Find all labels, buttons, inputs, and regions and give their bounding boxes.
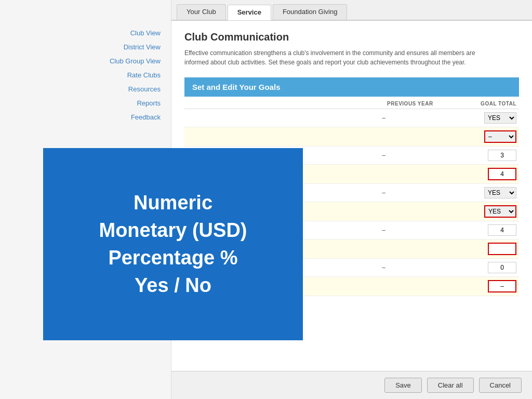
goal-cell xyxy=(436,147,519,165)
goal-cell xyxy=(436,221,519,240)
goal-input[interactable] xyxy=(488,262,516,273)
goal-cell xyxy=(436,259,519,277)
cancel-button[interactable]: Cancel xyxy=(479,378,522,393)
prev-year-value: – xyxy=(331,147,435,165)
prev-year-value xyxy=(331,240,435,259)
goals-header: Set and Edit Your Goals xyxy=(184,77,519,97)
prev-year-value: – xyxy=(331,221,435,240)
prev-year-value xyxy=(331,277,435,296)
goal-input[interactable] xyxy=(488,150,516,161)
sidebar-item-reports[interactable]: Reports xyxy=(0,96,161,110)
col-prev-year-header: PREVIOUS YEAR xyxy=(331,97,435,109)
goal-select[interactable]: YESNO xyxy=(484,187,516,198)
prev-year-value xyxy=(331,165,435,184)
prev-year-value: – xyxy=(331,259,435,277)
col-goal-total-header: GOAL TOTAL xyxy=(436,97,519,109)
goal-cell: YESNO xyxy=(436,109,519,127)
goal-cell: YESNO xyxy=(436,202,519,221)
overlay-text: Numeric Monetary (USD) Percentage % Yes … xyxy=(99,189,247,300)
overlay-line2: Monetary (USD) xyxy=(99,219,247,241)
sidebar-item-feedback[interactable]: Feedback xyxy=(0,110,161,124)
goal-input-highlighted[interactable] xyxy=(488,280,516,292)
goal-cell xyxy=(436,277,519,296)
goal-input[interactable] xyxy=(488,224,516,236)
tab-your-club[interactable]: Your Club xyxy=(177,4,226,20)
goal-cell: YESNO xyxy=(436,184,519,202)
goal-input-highlighted[interactable] xyxy=(488,168,516,180)
sidebar-item-district-view[interactable]: District View xyxy=(0,40,161,54)
goal-cell xyxy=(436,165,519,184)
overlay-box: Numeric Monetary (USD) Percentage % Yes … xyxy=(43,148,303,340)
overlay-line3: Percentage % xyxy=(108,247,237,269)
goal-cell: –YESNO xyxy=(436,127,519,147)
overlay-line1: Numeric xyxy=(134,192,212,214)
table-row: – YESNO xyxy=(184,109,519,127)
page-title: Club Communication xyxy=(184,31,519,43)
sidebar-nav: Club View District View Club Group View … xyxy=(0,0,171,124)
sidebar-item-resources[interactable]: Resources xyxy=(0,82,161,96)
sidebar-item-club-group-view[interactable]: Club Group View xyxy=(0,54,161,68)
col-label-header xyxy=(184,97,331,109)
goal-select-highlighted[interactable]: –YESNO xyxy=(484,130,516,143)
tabs-bar: Your Club Service Foundation Giving xyxy=(171,0,532,21)
sidebar-item-club-view[interactable]: Club View xyxy=(0,26,161,40)
clear-all-button[interactable]: Clear all xyxy=(427,378,474,393)
tab-service[interactable]: Service xyxy=(228,5,271,20)
prev-year-value: – xyxy=(331,184,435,202)
save-button[interactable]: Save xyxy=(384,378,422,393)
prev-year-value xyxy=(331,202,435,221)
goal-input-highlighted[interactable] xyxy=(488,243,516,255)
bottom-bar: Save Clear all Cancel xyxy=(171,371,532,399)
table-row: –YESNO xyxy=(184,127,519,147)
goal-select-highlighted[interactable]: YESNO xyxy=(484,205,516,218)
tab-foundation-giving[interactable]: Foundation Giving xyxy=(273,4,348,20)
row-label xyxy=(184,109,331,127)
prev-year-value: – xyxy=(331,109,435,127)
goal-cell xyxy=(436,240,519,259)
sidebar-item-rate-clubs[interactable]: Rate Clubs xyxy=(0,68,161,82)
goal-select[interactable]: YESNO xyxy=(484,112,516,124)
page-description: Effective communication strengthens a cl… xyxy=(184,48,486,67)
overlay-line4: Yes / No xyxy=(135,274,211,296)
row-label xyxy=(184,127,331,147)
prev-year-value xyxy=(331,127,435,147)
